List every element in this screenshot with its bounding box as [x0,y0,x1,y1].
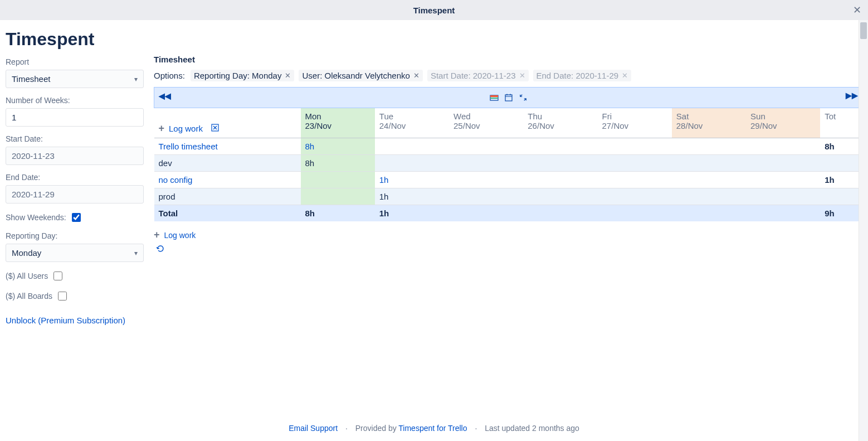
end-date-input[interactable]: 2020-11-29 [6,185,144,203]
table-row: no config1h1h [154,172,863,188]
cell [301,188,375,205]
timesheet-table: ◀◀ [154,87,862,221]
row-label[interactable]: no config [154,172,301,188]
cell[interactable]: 1h [375,172,449,188]
report-select[interactable]: Timesheet ▾ [6,70,144,88]
export-excel-icon[interactable] [211,123,220,134]
cell [598,188,672,205]
total-cell: 8h [301,205,375,222]
total-cell [672,205,746,222]
cell [523,155,597,172]
plus-icon[interactable]: + [154,229,160,241]
provided-by-text: Provided by [355,424,399,433]
show-weekends-label: Show Weekends: [6,213,66,222]
reporting-day-select[interactable]: Monday ▾ [6,244,144,262]
options-label: Options: [154,71,185,80]
svg-rect-2 [490,98,498,99]
filter-chip: Start Date: 2020-11-23✕ [427,70,529,81]
all-boards-label: ($) All Boards [6,292,52,301]
log-work-link-bottom[interactable]: Log work [164,231,196,240]
show-weekends-row: Show Weekends: [6,211,144,224]
grand-total: 9h [820,205,862,222]
tot-header: Tot [820,108,862,138]
chevron-down-icon: ▾ [134,249,138,257]
table-row: dev8h [154,155,863,172]
page-title: Timespent [6,29,144,50]
scrollbar[interactable] [859,20,868,438]
cell [672,172,746,188]
chip-remove-icon[interactable]: ✕ [285,71,291,80]
row-total: 1h [820,172,862,188]
filter-chip: End Date: 2020-11-29✕ [533,70,632,81]
start-date-value: 2020-11-23 [12,151,55,161]
row-sublabel: prod [154,188,301,205]
day-header: Sun29/Nov [746,108,820,138]
next-week-icon[interactable]: ▶▶ [846,91,858,100]
filter-chip: User: Oleksandr Velytchenko✕ [299,70,422,81]
footer: Email Support · Provided by Timespent fo… [0,415,868,438]
all-users-label: ($) All Users [6,272,48,280]
view-icon[interactable] [490,93,499,102]
cell[interactable]: 8h [301,138,375,155]
table-row: prod1h [154,188,863,205]
end-date-label: End Date: [6,173,144,182]
all-boards-row: ($) All Boards [6,290,144,302]
table-row: Trello timesheet8h8h [154,138,863,155]
filter-chip-text: User: Oleksandr Velytchenko [302,71,409,80]
cell [449,155,523,172]
cell [449,188,523,205]
reporting-day-label: Reporting Day: [6,231,144,240]
filter-chip-text: Start Date: 2020-11-23 [431,71,516,80]
cell [523,138,597,155]
total-cell: 1h [375,205,449,222]
last-updated-text: Last updated 2 months ago [485,424,579,433]
cell [301,172,375,188]
cell[interactable]: 8h [301,155,375,172]
timesheet-title: Timesheet [154,55,862,64]
all-users-checkbox[interactable] [53,272,62,280]
collapse-icon[interactable] [519,93,528,102]
filter-chip: Reporting Day: Monday✕ [191,70,295,81]
report-select-value: Timesheet [12,74,50,84]
day-header: Tue24/Nov [375,108,449,138]
filter-chip-text: End Date: 2020-11-29 [537,71,619,80]
cell [746,155,820,172]
cell [375,138,449,155]
close-icon[interactable]: ✕ [853,4,861,16]
refresh-icon[interactable] [156,244,165,255]
cell [746,138,820,155]
row-sublabel: dev [154,155,301,172]
row-label[interactable]: Trello timesheet [154,138,301,155]
scrollbar-thumb[interactable] [860,22,867,39]
cell [523,188,597,205]
prev-week-icon[interactable]: ◀◀ [159,91,171,100]
product-link[interactable]: Timespent for Trello [398,424,467,433]
calendar-icon[interactable] [504,93,513,102]
total-label: Total [154,205,301,222]
filter-chip-text: Reporting Day: Monday [194,71,282,80]
total-cell [598,205,672,222]
log-work-link[interactable]: Log work [169,124,203,133]
weeks-input[interactable]: 1 [6,108,144,127]
all-boards-checkbox[interactable] [58,292,67,301]
cell [598,172,672,188]
chip-remove-icon[interactable]: ✕ [413,71,420,80]
chip-remove-icon: ✕ [622,71,628,80]
plus-icon[interactable]: + [159,123,165,134]
show-weekends-checkbox[interactable] [72,213,81,222]
cell[interactable]: 1h [375,188,449,205]
cell [746,172,820,188]
weeks-label: Number of Weeks: [6,96,144,105]
email-support-link[interactable]: Email Support [289,424,338,433]
row-total: 8h [820,138,862,155]
sidebar: Report Timesheet ▾ Number of Weeks: 1 St… [6,57,144,328]
cell [672,155,746,172]
total-cell [449,205,523,222]
start-date-label: Start Date: [6,134,144,143]
cell [672,138,746,155]
chip-remove-icon: ✕ [519,71,525,80]
cell [672,188,746,205]
cell [523,172,597,188]
start-date-input[interactable]: 2020-11-23 [6,147,144,165]
unblock-link[interactable]: Unblock (Premium Subscription) [6,313,144,328]
